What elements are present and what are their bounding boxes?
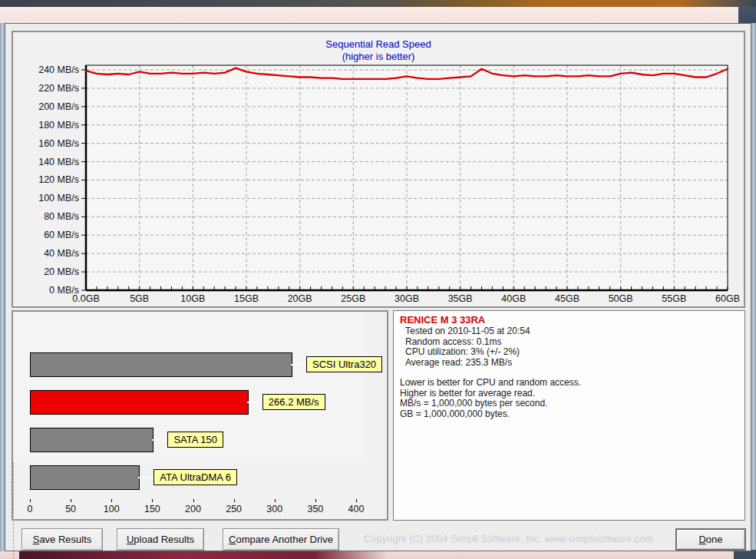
note-gb-definition: GB = 1,000,000,000 bytes. bbox=[400, 409, 738, 419]
tested-on: Tested on 2010-11-05 at 20:54 bbox=[400, 326, 738, 336]
burst-axis-tick bbox=[234, 499, 235, 502]
done-button[interactable]: Done bbox=[675, 528, 746, 551]
burst-axis-label: 0 bbox=[13, 503, 47, 515]
bar-label-connector bbox=[247, 402, 262, 403]
average-read: Average read: 235.3 MB/s bbox=[400, 358, 738, 368]
drive-name: RENICE M 3 33RA bbox=[400, 314, 738, 326]
x-axis-tick-label: 35GB bbox=[434, 293, 487, 305]
y-axis-tick-label: 200 MB/s bbox=[13, 101, 79, 113]
x-axis-tick-label: 55GB bbox=[647, 293, 701, 305]
burst-axis-tick bbox=[30, 499, 31, 502]
burst-axis-label: 400 bbox=[339, 503, 373, 515]
x-axis-tick-label: 10GB bbox=[166, 293, 220, 305]
burst-axis-label: 200 bbox=[177, 503, 210, 515]
burst-axis-label: 50 bbox=[54, 503, 87, 515]
x-axis-tick-label: 5GB bbox=[113, 293, 167, 305]
y-axis-tick-label: 220 MB/s bbox=[13, 82, 79, 94]
cpu-utilization: CPU utilization: 3% (+/- 2%) bbox=[400, 347, 738, 357]
random-access: Random access: 0.1ms bbox=[400, 337, 738, 347]
y-axis-tick-label: 120 MB/s bbox=[13, 174, 79, 186]
burst-axis-label: 300 bbox=[258, 503, 292, 515]
y-axis-tick-label: 180 MB/s bbox=[13, 119, 79, 131]
burst-bar-reference bbox=[30, 352, 292, 377]
burst-bar-tested-drive bbox=[30, 390, 249, 415]
burst-axis-tick bbox=[275, 499, 276, 502]
drive-info-panel: RENICE M 3 33RA Tested on 2010-11-05 at … bbox=[393, 310, 745, 521]
compare-another-drive-button[interactable]: Compare Another Drive bbox=[223, 528, 339, 551]
y-axis-tick-label: 140 MB/s bbox=[13, 156, 79, 168]
burst-axis-tick bbox=[315, 499, 316, 502]
copyright-text: Copyright (C) 2004 Simpli Software, Inc.… bbox=[349, 533, 668, 544]
burst-speed-panel: Burst Speed (higher is better) SCSI Ultr… bbox=[12, 310, 388, 521]
bar-label-connector bbox=[152, 439, 167, 441]
sequential-read-panel: Sequential Read Speed (higher is better)… bbox=[12, 31, 745, 308]
burst-bar-label: SATA 150 bbox=[167, 432, 223, 448]
y-axis-tick-label: 240 MB/s bbox=[13, 64, 79, 76]
y-axis-tick-label: 40 MB/s bbox=[13, 247, 79, 260]
note-higher-better: Higher is better for average read. bbox=[400, 389, 738, 399]
burst-axis-label: 350 bbox=[299, 503, 332, 515]
x-axis-tick-label: 15GB bbox=[220, 293, 273, 305]
upload-results-button[interactable]: Upload Results bbox=[117, 528, 204, 551]
info-notes: Lower is better for CPU and random acces… bbox=[400, 378, 738, 418]
y-axis-tick-label: 80 MB/s bbox=[13, 210, 79, 223]
burst-axis-tick bbox=[111, 499, 112, 502]
burst-bar-reference bbox=[30, 428, 154, 452]
burst-bar-label: ATA UltraDMA 6 bbox=[154, 469, 237, 485]
burst-axis-tick bbox=[356, 499, 357, 502]
burst-bar-label: SCSI Ultra320 bbox=[306, 356, 382, 372]
x-axis-tick-label: 45GB bbox=[540, 293, 594, 305]
desktop-background-blob bbox=[19, 551, 388, 559]
burst-axis-label: 250 bbox=[217, 503, 251, 515]
sequential-read-chart: 0 MB/s20 MB/s40 MB/s60 MB/s80 MB/s100 MB… bbox=[13, 32, 744, 306]
burst-speed-chart: SCSI Ultra320266.2 MB/sSATA 150ATA Ultra… bbox=[13, 312, 387, 519]
burst-axis-tick bbox=[71, 499, 71, 502]
desktop-corner bbox=[738, 7, 756, 23]
x-axis-tick-label: 50GB bbox=[594, 293, 648, 305]
note-mbs-definition: MB/s = 1,000,000 bytes per second. bbox=[400, 399, 738, 408]
burst-axis-label: 100 bbox=[94, 503, 128, 515]
x-axis-tick-label: 0.0GB bbox=[59, 293, 113, 305]
x-axis-tick-label: 60GB bbox=[701, 293, 754, 305]
x-axis-tick-label: 40GB bbox=[487, 293, 540, 305]
x-axis-tick-label: 20GB bbox=[273, 293, 327, 305]
burst-bar-reference bbox=[30, 465, 140, 490]
sequential-read-svg bbox=[13, 32, 744, 306]
save-results-button[interactable]: Save Results bbox=[21, 528, 103, 551]
y-axis-tick-label: 20 MB/s bbox=[13, 266, 79, 278]
y-axis-tick-label: 160 MB/s bbox=[13, 137, 79, 150]
hd-tach-window: HD Tach version 3.0.4.0 - For non-commer… bbox=[0, 0, 756, 559]
burst-axis-label: 150 bbox=[135, 503, 169, 515]
x-axis-tick-label: 25GB bbox=[326, 293, 380, 305]
burst-axis-tick bbox=[152, 499, 153, 502]
bar-label-connector bbox=[138, 477, 154, 478]
window-titlebar[interactable]: HD Tach version 3.0.4.0 - For non-commer… bbox=[0, 7, 756, 23]
y-axis-tick-label: 60 MB/s bbox=[13, 229, 79, 241]
burst-bar-label: 266.2 MB/s bbox=[262, 394, 325, 410]
y-axis-tick-label: 100 MB/s bbox=[13, 192, 79, 204]
burst-axis-tick bbox=[193, 499, 194, 502]
desktop-background-strip bbox=[0, 0, 756, 7]
bar-label-connector bbox=[291, 364, 306, 366]
window-frame-right bbox=[751, 23, 756, 551]
note-lower-better: Lower is better for CPU and random acces… bbox=[400, 378, 738, 388]
x-axis-tick-label: 30GB bbox=[380, 293, 434, 305]
